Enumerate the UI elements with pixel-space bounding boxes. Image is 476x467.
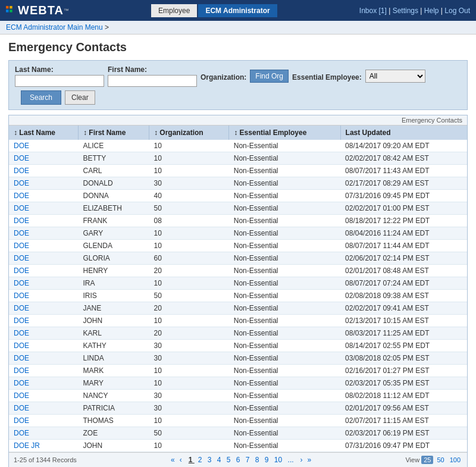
cell-essential: Non-Essential xyxy=(229,265,340,277)
cell-last-name: DOE xyxy=(9,202,79,215)
table-row: DOE GARY 10 Non-Essential 08/04/2016 11:… xyxy=(9,227,467,240)
last-name-link[interactable]: DOE xyxy=(14,254,29,262)
col-last-name[interactable]: ↕ Last Name xyxy=(9,126,79,140)
breadcrumb-link[interactable]: ECM Administrator Main Menu xyxy=(6,23,103,32)
view-label-text: View xyxy=(405,456,419,463)
last-name-link[interactable]: DOE xyxy=(14,217,29,225)
last-name-link[interactable]: DOE xyxy=(14,179,29,187)
cell-essential: Non-Essential xyxy=(229,340,340,352)
last-name-link[interactable]: DOE xyxy=(14,292,29,300)
cell-updated: 02/17/2017 08:29 AM EST xyxy=(340,177,467,190)
inbox-link[interactable]: Inbox [1] xyxy=(359,7,387,15)
last-name-link[interactable]: DOE xyxy=(14,316,29,325)
cell-first-name: ALICE xyxy=(79,140,149,152)
cell-updated: 03/08/2018 02:05 PM EST xyxy=(340,352,467,365)
cell-first-name: MARY xyxy=(79,377,149,390)
last-name-link[interactable]: DOE xyxy=(14,391,29,400)
cell-first-name: LINDA xyxy=(79,352,149,365)
table-row: DOE MARY 10 Non-Essential 02/03/2017 05:… xyxy=(9,377,467,390)
cell-first-name: JOHN xyxy=(79,440,149,452)
page-link[interactable]: 4 xyxy=(215,455,225,465)
cell-last-name: DOE xyxy=(9,377,79,390)
table-row: DOE KATHY 30 Non-Essential 08/14/2017 02… xyxy=(9,340,467,352)
last-name-link[interactable]: DOE xyxy=(14,267,29,275)
last-name-link[interactable]: DOE xyxy=(14,204,29,212)
cell-updated: 08/04/2016 11:24 AM EDT xyxy=(340,227,467,240)
logo-dots-icon xyxy=(6,6,15,15)
essential-select[interactable]: All Essential Non-Essential xyxy=(365,70,425,83)
cell-essential: Non-Essential xyxy=(229,277,340,290)
table-row: DOE MARK 10 Non-Essential 02/16/2017 01:… xyxy=(9,365,467,377)
col-first-name[interactable]: ↕ First Name xyxy=(79,126,149,140)
last-name-link[interactable]: DOE xyxy=(14,416,29,425)
org-label: Organization: xyxy=(201,73,246,82)
page-title: Emergency Contacts xyxy=(8,40,468,54)
last-name-link[interactable]: DOE xyxy=(14,379,29,387)
page-link[interactable]: 9 xyxy=(263,455,273,465)
view-100[interactable]: 100 xyxy=(448,456,462,464)
svg-rect-3 xyxy=(10,10,12,12)
col-organization[interactable]: ↕ Organization xyxy=(149,126,229,140)
cell-updated: 02/01/2017 09:56 AM EST xyxy=(340,402,467,415)
cell-first-name: THOMAS xyxy=(79,415,149,427)
ecm-nav-btn[interactable]: ECM Administrator xyxy=(198,4,277,17)
page-link[interactable]: 7 xyxy=(244,455,253,465)
last-name-link[interactable]: DOE xyxy=(14,404,29,412)
last-name-link[interactable]: DOE xyxy=(14,279,29,287)
cell-essential: Non-Essential xyxy=(229,202,340,215)
cell-last-name: DOE xyxy=(9,140,79,152)
cell-updated: 02/03/2017 05:35 PM EST xyxy=(340,377,467,390)
last-name-link[interactable]: DOE xyxy=(14,167,29,175)
employee-nav-btn[interactable]: Employee xyxy=(151,4,197,17)
current-view[interactable]: 25 xyxy=(421,456,433,464)
help-link[interactable]: Help xyxy=(424,7,439,15)
last-name-link[interactable]: DOE xyxy=(14,354,29,362)
find-org-button[interactable]: Find Org xyxy=(250,70,289,83)
table-body: DOE ALICE 10 Non-Essential 08/14/2017 09… xyxy=(9,140,467,452)
last-name-link[interactable]: DOE xyxy=(14,142,29,150)
first-name-input[interactable] xyxy=(108,75,197,87)
last-name-link[interactable]: DOE xyxy=(14,341,29,350)
page-link[interactable]: 10 xyxy=(273,455,286,465)
cell-essential: Non-Essential xyxy=(229,152,340,165)
view-50[interactable]: 50 xyxy=(435,456,446,464)
last-name-link[interactable]: DOE JR xyxy=(14,441,40,450)
results-table-wrapper: Emergency Contacts ↕ Last Name ↕ First N… xyxy=(8,115,468,467)
col-essential[interactable]: ↕ Essential Employee xyxy=(229,126,340,140)
settings-link[interactable]: Settings xyxy=(393,7,418,15)
last-name-link[interactable]: DOE xyxy=(14,229,29,237)
last-name-link[interactable]: DOE xyxy=(14,329,29,337)
page-link[interactable]: 8 xyxy=(253,455,263,465)
cell-first-name: PATRICIA xyxy=(79,402,149,415)
pagination-next[interactable]: › xyxy=(299,455,305,465)
cell-org: 40 xyxy=(149,190,229,202)
pagination-prev[interactable]: ‹ xyxy=(178,455,184,465)
page-link[interactable]: 2 xyxy=(196,455,206,465)
pagination-first[interactable]: « xyxy=(169,455,177,465)
last-name-link[interactable]: DOE xyxy=(14,304,29,312)
page-link[interactable]: 1 xyxy=(187,455,196,465)
logo: WEBTA ™ xyxy=(6,4,69,17)
cell-org: 10 xyxy=(149,165,229,177)
page-link[interactable]: 5 xyxy=(225,455,234,465)
page-link[interactable]: 3 xyxy=(206,455,215,465)
last-name-link[interactable]: DOE xyxy=(14,242,29,250)
last-name-input[interactable] xyxy=(15,75,104,87)
cell-org: 10 xyxy=(149,152,229,165)
page-link[interactable]: ... xyxy=(286,455,296,465)
cell-org: 50 xyxy=(149,202,229,215)
search-button[interactable]: Search xyxy=(21,90,61,105)
last-name-link[interactable]: DOE xyxy=(14,366,29,375)
clear-button[interactable]: Clear xyxy=(65,90,95,105)
last-name-link[interactable]: DOE xyxy=(14,192,29,200)
pagination-last[interactable]: » xyxy=(306,455,314,465)
cell-last-name: DOE xyxy=(9,277,79,290)
logout-link[interactable]: Log Out xyxy=(444,7,470,15)
cell-org: 10 xyxy=(149,440,229,452)
last-name-link[interactable]: DOE xyxy=(14,429,29,437)
last-name-link[interactable]: DOE xyxy=(14,154,29,162)
table-row: DOE DONNA 40 Non-Essential 07/31/2016 09… xyxy=(9,190,467,202)
page-link[interactable]: 6 xyxy=(234,455,244,465)
cell-updated: 08/03/2017 11:25 AM EDT xyxy=(340,327,467,340)
search-row: Last Name: First Name: Organization: Fin… xyxy=(15,65,461,105)
